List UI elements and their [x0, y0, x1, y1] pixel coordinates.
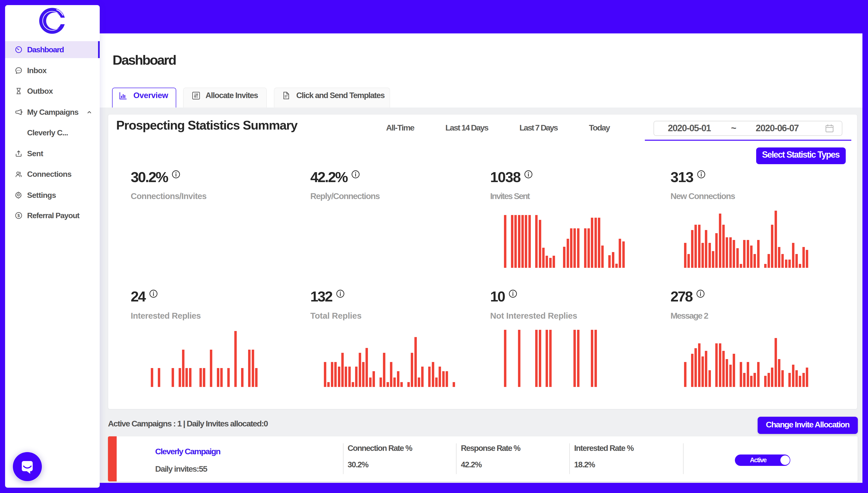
svg-text:$: $	[18, 213, 20, 218]
